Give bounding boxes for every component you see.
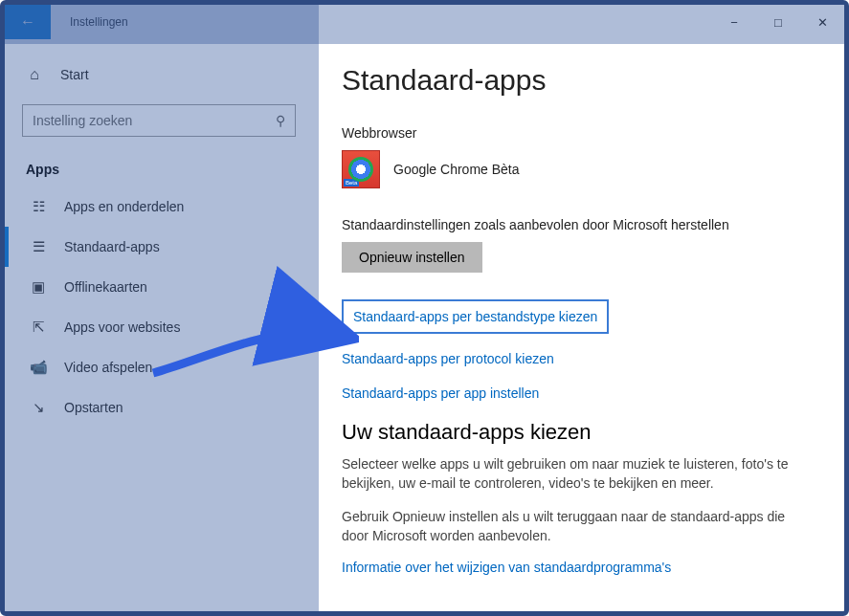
close-button[interactable]: ✕ — [800, 5, 844, 39]
sidebar-item-startup[interactable]: ↘ Opstarten — [5, 387, 313, 428]
settings-window: ← Instellingen − □ ✕ ⌂ Start Instelling … — [0, 0, 849, 616]
video-icon: 📹 — [30, 359, 47, 376]
main-content: Standaard-apps Webbrowser Beta Google Ch… — [313, 39, 844, 611]
page-title: Standaard-apps — [342, 64, 815, 97]
sidebar-item-label: Offlinekaarten — [64, 279, 147, 295]
sidebar-home-label: Start — [60, 67, 89, 82]
sidebar-item-apps-features[interactable]: ☷ Apps en onderdelen — [5, 187, 313, 227]
minimize-icon: − — [730, 15, 738, 30]
sidebar-item-video-playback[interactable]: 📹 Video afspelen — [5, 347, 313, 387]
link-choose-by-protocol[interactable]: Standaard-apps per protocol kiezen — [342, 351, 815, 366]
chrome-beta-icon: Beta — [342, 150, 380, 188]
default-browser-name: Google Chrome Bèta — [393, 162, 520, 177]
sidebar: ⌂ Start Instelling zoeken ⚲ Apps ☷ Apps … — [5, 39, 313, 611]
description-1: Selecteer welke apps u wilt gebruiken om… — [342, 454, 801, 494]
arrow-left-icon: ← — [20, 13, 35, 31]
open-external-icon: ⇱ — [30, 319, 47, 336]
link-choose-by-filetype[interactable]: Standaard-apps per bestandstype kiezen — [342, 299, 609, 334]
titlebar: ← Instellingen − □ ✕ — [5, 5, 844, 39]
description-2: Gebruik Opnieuw instellen als u wilt ter… — [342, 507, 801, 546]
default-browser-row[interactable]: Beta Google Chrome Bèta — [342, 150, 815, 188]
maximize-icon: □ — [774, 15, 782, 30]
window-controls: − □ ✕ — [712, 5, 844, 39]
subheading: Uw standaard-apps kiezen — [342, 420, 815, 445]
sidebar-item-label: Opstarten — [64, 400, 123, 415]
map-icon: ▣ — [30, 278, 47, 296]
window-title: Instellingen — [70, 15, 128, 29]
beta-badge: Beta — [344, 179, 359, 187]
maximize-button[interactable]: □ — [756, 5, 800, 39]
link-more-info[interactable]: Informatie over het wijzigen van standaa… — [342, 560, 671, 575]
startup-icon: ↘ — [30, 399, 47, 416]
reset-button[interactable]: Opnieuw instellen — [342, 242, 482, 273]
sidebar-item-default-apps[interactable]: ☰ Standaard-apps — [5, 227, 313, 267]
sidebar-item-label: Standaard-apps — [64, 239, 160, 254]
link-set-by-app[interactable]: Standaard-apps per app instellen — [342, 385, 815, 401]
sidebar-item-apps-websites[interactable]: ⇱ Apps voor websites — [5, 307, 313, 347]
search-input[interactable]: Instelling zoeken ⚲ — [22, 104, 296, 137]
window-body: ⌂ Start Instelling zoeken ⚲ Apps ☷ Apps … — [5, 39, 844, 611]
list-icon: ☷ — [30, 198, 47, 215]
back-button[interactable]: ← — [5, 5, 51, 39]
search-placeholder: Instelling zoeken — [33, 113, 132, 128]
home-icon: ⌂ — [26, 66, 43, 83]
restore-defaults-label: Standaardinstellingen zoals aanbevolen d… — [342, 217, 815, 232]
sidebar-item-label: Apps en onderdelen — [64, 199, 184, 214]
sidebar-item-label: Video afspelen — [64, 360, 152, 375]
sidebar-item-offline-maps[interactable]: ▣ Offlinekaarten — [5, 267, 313, 307]
defaults-icon: ☰ — [30, 238, 47, 255]
sidebar-category: Apps — [5, 156, 313, 187]
browser-section-label: Webbrowser — [342, 125, 815, 141]
minimize-button[interactable]: − — [712, 5, 756, 39]
sidebar-home[interactable]: ⌂ Start — [5, 58, 313, 91]
search-icon: ⚲ — [276, 113, 285, 128]
close-icon: ✕ — [817, 15, 828, 30]
sidebar-item-label: Apps voor websites — [64, 319, 180, 335]
